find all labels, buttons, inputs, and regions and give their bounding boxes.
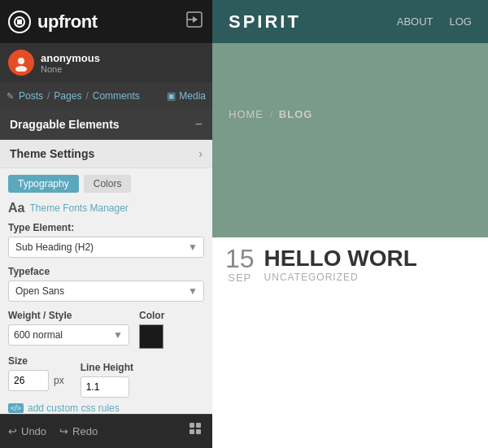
user-info: anonymous None	[41, 52, 100, 74]
logo-icon	[8, 11, 31, 33]
weight-select-wrapper: 600 normal ▼	[8, 324, 129, 346]
nav-pages[interactable]: Pages	[54, 90, 81, 102]
color-swatch[interactable]	[139, 324, 163, 349]
theme-settings-toggle: ›	[198, 147, 203, 160]
type-element-select-wrapper: Sub Heading (H2) ▼	[8, 237, 204, 258]
breadcrumb-current: BLOG	[279, 108, 313, 120]
size-label: Size	[8, 355, 64, 367]
nav-bar: ✎ Posts / Pages / Comments ▣ Media	[0, 82, 212, 110]
nav-media[interactable]: ▣ Media	[167, 90, 206, 102]
svg-rect-7	[196, 423, 201, 428]
lineheight-input[interactable]	[81, 376, 129, 398]
typeface-select-wrapper: Open Sans ▼	[8, 281, 204, 302]
exit-icon[interactable]	[185, 10, 204, 33]
draggable-elements-header[interactable]: Draggable Elements −	[0, 110, 212, 140]
theme-settings-header[interactable]: Theme Settings ›	[0, 140, 212, 168]
type-element-label: Type Element:	[8, 222, 204, 233]
grid-view-button[interactable]	[188, 421, 204, 441]
weight-color-row: Weight / Style 600 normal ▼ Color	[8, 310, 204, 349]
svg-rect-9	[196, 429, 201, 434]
post-month: SEP	[228, 272, 251, 284]
breadcrumb: HOME / BLOG	[212, 43, 488, 130]
tab-typography[interactable]: Typography	[8, 175, 79, 193]
nav-comments[interactable]: Comments	[93, 90, 140, 102]
nav-sep-2: /	[85, 90, 88, 102]
site-title: SPIRIT	[229, 11, 301, 33]
main-nav: ABOUT LOG	[397, 15, 472, 28]
avatar	[8, 50, 34, 76]
nav-media-label: Media	[179, 90, 206, 102]
weight-label: Weight / Style	[8, 310, 129, 321]
post-item: 15 SEP HELLO WORL UNCATEGORIZED	[225, 246, 475, 284]
svg-rect-1	[17, 20, 22, 24]
bottom-links: </> add custom css rules Edit Global Bac…	[8, 402, 204, 414]
redo-icon: ↪	[59, 425, 68, 437]
fonts-manager-link[interactable]: Theme Fonts Manager	[29, 202, 128, 214]
nav-sep-1: /	[47, 90, 50, 102]
bottom-bar: ↩ Undo ↪ Redo	[0, 414, 212, 448]
sidebar-topbar: upfront	[0, 0, 212, 43]
size-row: px	[8, 370, 64, 391]
main-content: SPIRIT ABOUT LOG HOME / BLOG 15 SEP HELL…	[212, 0, 488, 448]
css-badge: </>	[8, 403, 24, 413]
posts-icon: ✎	[7, 91, 14, 102]
size-unit: px	[54, 375, 64, 386]
draggable-title: Draggable Elements	[10, 118, 120, 131]
nav-posts[interactable]: Posts	[19, 90, 43, 102]
user-name: anonymous	[41, 52, 100, 64]
settings-content: Aa Theme Fonts Manager Type Element: Sub…	[0, 198, 212, 414]
size-group: Size px	[8, 355, 64, 398]
nav-log[interactable]: LOG	[450, 15, 472, 28]
post-title[interactable]: HELLO WORL	[264, 246, 475, 272]
redo-button[interactable]: ↪ Redo	[59, 425, 98, 437]
color-col: Color	[139, 310, 204, 349]
main-topbar: SPIRIT ABOUT LOG	[212, 0, 488, 43]
post-category: UNCATEGORIZED	[264, 272, 475, 283]
weight-select[interactable]: 600 normal	[8, 324, 129, 346]
undo-redo-group: ↩ Undo ↪ Redo	[8, 425, 98, 437]
color-label: Color	[139, 310, 204, 321]
lineheight-group: Line Height	[81, 362, 133, 398]
breadcrumb-home: HOME	[229, 108, 264, 120]
typeface-label: Typeface	[8, 266, 204, 277]
post-day: 15	[225, 246, 255, 272]
lineheight-label: Line Height	[81, 362, 133, 373]
theme-settings-title: Theme Settings	[10, 147, 94, 160]
fonts-manager-row: Aa Theme Fonts Manager	[8, 201, 204, 215]
type-element-select[interactable]: Sub Heading (H2)	[8, 237, 204, 258]
svg-rect-6	[190, 423, 194, 428]
media-icon: ▣	[167, 90, 176, 102]
nav-about[interactable]: ABOUT	[397, 15, 434, 28]
logo-area: upfront	[8, 11, 97, 33]
tab-colors[interactable]: Colors	[84, 175, 132, 193]
typeface-select[interactable]: Open Sans	[8, 281, 204, 302]
css-rules-label: add custom css rules	[28, 402, 120, 414]
draggable-toggle: −	[195, 118, 203, 131]
svg-rect-8	[190, 429, 194, 434]
post-info: HELLO WORL UNCATEGORIZED	[264, 246, 475, 283]
weight-col: Weight / Style 600 normal ▼	[8, 310, 129, 346]
logo-text: upfront	[37, 11, 97, 33]
svg-point-4	[18, 58, 24, 64]
size-input[interactable]	[8, 370, 49, 391]
css-rules-link[interactable]: </> add custom css rules	[8, 402, 204, 414]
undo-icon: ↩	[8, 425, 17, 437]
undo-button[interactable]: ↩ Undo	[8, 425, 46, 437]
tabs-row: Typography Colors	[0, 168, 212, 198]
post-date: 15 SEP	[225, 246, 255, 284]
redo-label: Redo	[72, 425, 98, 437]
post-list: 15 SEP HELLO WORL UNCATEGORIZED	[212, 237, 488, 448]
breadcrumb-sep: /	[270, 108, 276, 120]
undo-label: Undo	[21, 425, 46, 437]
user-role: None	[41, 64, 100, 74]
theme-settings-panel: Theme Settings › Typography Colors Aa Th…	[0, 140, 212, 414]
main-gray-area: HOME / BLOG	[212, 43, 488, 237]
aa-icon: Aa	[8, 201, 24, 215]
user-bar: anonymous None	[0, 43, 212, 82]
